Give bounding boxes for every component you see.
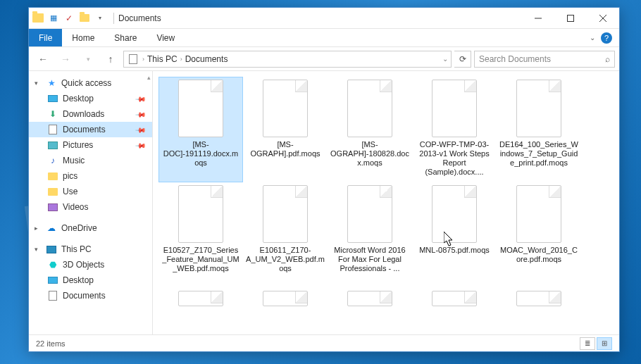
ribbon-tab-file[interactable]: File xyxy=(29,29,62,46)
minimize-button[interactable] xyxy=(522,8,554,29)
window-controls xyxy=(522,8,619,29)
breadcrumb-caret-icon[interactable]: › xyxy=(180,56,182,63)
address-bar: ← → ▾ ↑ › This PC › Documents ⌄ ⟳ Search… xyxy=(29,47,619,71)
nav-item-music[interactable]: ♪ Music xyxy=(29,153,152,168)
file-item[interactable]: MNL-0875.pdf.moqs xyxy=(412,182,497,288)
onedrive-icon: ☁ xyxy=(46,222,57,234)
nav-item-pc-documents[interactable]: Documents xyxy=(29,288,152,303)
back-button[interactable]: ← xyxy=(33,50,53,68)
file-name-label: E10611_Z170-A_UM_V2_WEB.pdf.moqs xyxy=(246,246,325,273)
folder-icon xyxy=(47,170,58,182)
search-icon: ⌕ xyxy=(605,54,610,64)
file-icon xyxy=(432,291,477,306)
nav-item-label: Pictures xyxy=(63,140,93,150)
file-item[interactable]: Microsoft Word 2016 For Max For Legal Pr… xyxy=(328,182,412,288)
file-item[interactable] xyxy=(158,288,243,312)
file-item[interactable] xyxy=(328,288,412,312)
3d-objects-icon: ⬣ xyxy=(47,259,58,270)
nav-item-pics[interactable]: pics xyxy=(29,168,152,184)
help-icon[interactable]: ? xyxy=(601,32,612,44)
file-item[interactable] xyxy=(497,288,581,312)
file-icon xyxy=(516,80,561,137)
nav-onedrive[interactable]: ▸ ☁ OneDrive xyxy=(29,220,152,236)
nav-item-label: Desktop xyxy=(63,94,94,103)
file-name-label: [MS-DOC]-191119.docx.moqs xyxy=(161,140,240,168)
nav-item-desktop[interactable]: Desktop 📌 xyxy=(29,91,152,106)
breadcrumb-caret-icon[interactable]: › xyxy=(142,56,144,63)
file-icon xyxy=(432,185,477,243)
breadcrumb-documents[interactable]: Documents xyxy=(185,54,228,64)
file-icon xyxy=(263,291,308,306)
pin-icon: 📌 xyxy=(135,93,147,104)
videos-icon xyxy=(47,201,58,213)
pin-icon: 📌 xyxy=(135,139,147,151)
ribbon-expand-icon[interactable]: ⌄ xyxy=(590,34,595,42)
file-name-label: [MS-OGRAPH].pdf.moqs xyxy=(246,140,325,158)
file-item[interactable]: MOAC_Word_2016_Core.pdf.moqs xyxy=(497,182,581,288)
documents-icon xyxy=(47,124,58,135)
view-buttons: ≣ ⊞ xyxy=(580,337,612,350)
file-icon xyxy=(516,291,561,306)
nav-item-pc-desktop[interactable]: Desktop xyxy=(29,272,152,288)
address-dropdown-icon[interactable]: ⌄ xyxy=(442,55,448,63)
file-icon xyxy=(263,80,308,137)
expand-icon[interactable]: ▸ xyxy=(35,225,42,232)
qat-checkmark-icon[interactable]: ✓ xyxy=(63,12,75,25)
nav-item-use[interactable]: Use xyxy=(29,184,152,199)
ribbon-tab-home[interactable]: Home xyxy=(62,29,104,46)
breadcrumb-bar[interactable]: › This PC › Documents ⌄ xyxy=(123,51,452,68)
view-icons-button[interactable]: ⊞ xyxy=(597,337,612,350)
qat-properties-icon[interactable]: ▦ xyxy=(47,12,60,25)
recent-dropdown-icon[interactable]: ▾ xyxy=(78,50,98,68)
search-input[interactable]: Search Documents ⌕ xyxy=(474,51,615,68)
view-details-button[interactable]: ≣ xyxy=(580,337,595,350)
nav-item-3dobjects[interactable]: ⬣ 3D Objects xyxy=(29,257,152,272)
pin-icon: 📌 xyxy=(135,124,147,135)
navigation-pane: ▴ ▾ ★ Quick access Desktop 📌 ⬇ Downloads… xyxy=(29,71,153,334)
nav-this-pc[interactable]: ▾ This PC xyxy=(29,241,152,257)
file-item[interactable]: [MS-OGRAPH].pdf.moqs xyxy=(243,77,328,182)
file-item[interactable]: E10611_Z170-A_UM_V2_WEB.pdf.moqs xyxy=(243,182,328,288)
file-name-label: Microsoft Word 2016 For Max For Legal Pr… xyxy=(330,246,409,273)
status-item-count: 22 items xyxy=(36,339,66,348)
nav-item-label: Documents xyxy=(63,291,106,301)
file-item[interactable] xyxy=(412,288,497,312)
breadcrumb-folder-icon xyxy=(127,53,139,65)
up-button[interactable]: ↑ xyxy=(101,50,120,68)
file-item[interactable]: [MS-DOC]-191119.docx.moqs xyxy=(158,77,243,182)
file-item[interactable]: [MS-OGRAPH]-180828.docx.moqs xyxy=(328,77,412,182)
file-icon xyxy=(347,291,392,306)
search-placeholder: Search Documents xyxy=(479,54,551,64)
forward-button[interactable]: → xyxy=(56,50,75,68)
file-item[interactable]: E10527_Z170_Series_Feature_Manual_UM_WEB… xyxy=(158,182,243,288)
qat-newfolder-icon[interactable] xyxy=(78,12,91,25)
nav-item-label: Music xyxy=(63,156,85,165)
file-icon xyxy=(347,185,392,243)
breadcrumb-this-pc[interactable]: This PC xyxy=(147,54,178,64)
expand-icon[interactable]: ▾ xyxy=(35,246,42,253)
file-item[interactable] xyxy=(243,288,328,312)
file-item[interactable]: COP-WFP-TMP-03-2013-v1 Work Steps Report… xyxy=(412,77,497,182)
qat-dropdown-icon[interactable]: ▾ xyxy=(94,12,106,25)
nav-item-label: Desktop xyxy=(63,275,94,285)
nav-quick-access[interactable]: ▾ ★ Quick access xyxy=(29,75,152,91)
maximize-button[interactable] xyxy=(554,8,587,29)
close-button[interactable] xyxy=(587,8,619,29)
nav-item-documents[interactable]: Documents 📌 xyxy=(29,122,152,137)
nav-item-label: Downloads xyxy=(63,109,104,119)
nav-item-label: 3D Objects xyxy=(63,260,104,270)
ribbon-tab-view[interactable]: View xyxy=(147,29,185,46)
svg-rect-1 xyxy=(568,15,574,21)
window-body: ▴ ▾ ★ Quick access Desktop 📌 ⬇ Downloads… xyxy=(29,71,619,334)
file-view[interactable]: [MS-DOC]-191119.docx.moqs[MS-OGRAPH].pdf… xyxy=(153,71,619,334)
file-icon xyxy=(178,80,223,137)
nav-item-pictures[interactable]: Pictures 📌 xyxy=(29,137,152,153)
file-name-label: MOAC_Word_2016_Core.pdf.moqs xyxy=(499,246,578,264)
ribbon-tab-share[interactable]: Share xyxy=(104,29,147,46)
file-name-label: COP-WFP-TMP-03-2013-v1 Work Steps Report… xyxy=(415,140,494,177)
nav-item-videos[interactable]: Videos xyxy=(29,199,152,215)
refresh-button[interactable]: ⟳ xyxy=(454,51,471,68)
file-item[interactable]: DE164_100_Series_Windows_7_Setup_Guide_p… xyxy=(497,77,581,182)
nav-item-downloads[interactable]: ⬇ Downloads 📌 xyxy=(29,106,152,122)
expand-icon[interactable]: ▾ xyxy=(35,80,42,87)
